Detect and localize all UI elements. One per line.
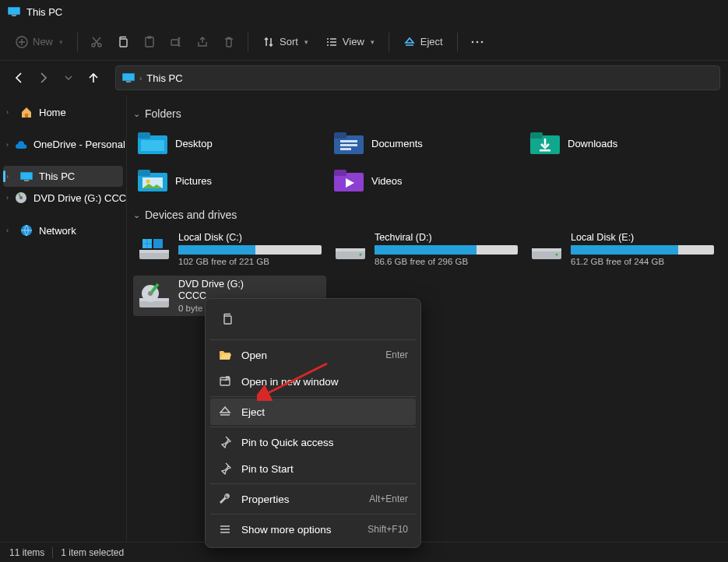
separator — [52, 547, 53, 558]
ctx-more-options[interactable]: Show more options Shift+F10 — [210, 516, 416, 543]
folder-icon — [530, 131, 560, 156]
disc-drive-icon — [138, 283, 171, 308]
menu-icon — [218, 522, 232, 536]
sort-icon — [262, 36, 275, 48]
drive-usage-bar — [571, 245, 714, 255]
recent-dropdown[interactable] — [58, 67, 79, 89]
sidebar-item-thispc[interactable]: › This PC — [3, 166, 123, 187]
drive-local-c[interactable]: Local Disk (C:) 102 GB free of 221 GB — [133, 229, 326, 269]
more-button[interactable] — [464, 31, 491, 53]
drive-icon — [138, 237, 171, 262]
svg-rect-45 — [142, 244, 147, 249]
svg-rect-58 — [220, 378, 230, 385]
sort-button[interactable]: Sort ▾ — [255, 31, 316, 53]
copy-button[interactable] — [111, 31, 135, 53]
folder-label: Documents — [371, 138, 423, 149]
forward-button[interactable] — [33, 67, 55, 89]
up-button[interactable] — [83, 67, 104, 89]
svg-point-10 — [471, 40, 473, 43]
section-drives-header[interactable]: ⌄ Devices and drives — [133, 209, 722, 221]
svg-rect-31 — [530, 132, 543, 139]
sidebar-item-label: This PC — [39, 170, 75, 182]
view-button[interactable]: View ▾ — [318, 31, 382, 53]
section-folders-header[interactable]: ⌄ Folders — [133, 107, 722, 120]
drive-local-e[interactable]: Local Disk (E:) 61.2 GB free of 244 GB — [526, 229, 719, 269]
ctx-label: Pin to Start — [241, 463, 408, 475]
folder-documents[interactable]: Documents — [329, 128, 522, 159]
svg-rect-9 — [171, 40, 178, 45]
ctx-open[interactable]: Open Enter — [210, 342, 416, 368]
wrench-icon — [218, 492, 232, 506]
ctx-accel: Enter — [385, 349, 408, 360]
svg-point-4 — [92, 44, 95, 47]
eject-button[interactable]: Eject — [396, 31, 451, 53]
svg-point-11 — [476, 40, 478, 43]
svg-point-49 — [360, 254, 362, 256]
ctx-properties[interactable]: Properties Alt+Enter — [210, 486, 416, 512]
chevron-down-icon: ▾ — [371, 38, 375, 46]
eject-icon — [403, 36, 416, 48]
sidebar-item-label: Network — [39, 225, 76, 237]
folder-desktop[interactable]: Desktop — [133, 128, 326, 159]
svg-rect-28 — [340, 144, 357, 146]
separator — [248, 33, 248, 51]
sidebar-item-label: Home — [39, 107, 66, 118]
ctx-eject[interactable]: Eject — [210, 399, 416, 425]
section-label: Devices and drives — [145, 209, 237, 221]
separator — [210, 339, 416, 340]
drive-techviral-d[interactable]: Techviral (D:) 86.6 GB free of 296 GB — [329, 229, 522, 269]
address-segment[interactable]: This PC — [146, 72, 182, 84]
ctx-label: Pin to Quick access — [241, 437, 408, 448]
sidebar-item-home[interactable]: › Home — [0, 101, 126, 123]
trash-icon — [223, 36, 235, 48]
folder-videos[interactable]: Videos — [329, 165, 522, 196]
chevron-right-icon: › — [6, 108, 14, 116]
separator — [389, 33, 389, 51]
ctx-pin-quick[interactable]: Pin to Quick access — [210, 429, 416, 455]
this-pc-icon — [122, 73, 135, 83]
svg-rect-23 — [138, 132, 150, 139]
new-button[interactable]: New ▾ — [8, 31, 71, 53]
separator — [210, 483, 416, 484]
svg-point-5 — [98, 44, 101, 47]
drive-icon — [530, 237, 563, 262]
plus-circle-icon — [16, 36, 28, 48]
share-icon — [196, 36, 209, 48]
folder-downloads[interactable]: Downloads — [526, 128, 719, 159]
status-bar: 11 items 1 item selected — [0, 542, 728, 562]
chevron-down-icon: ▾ — [59, 38, 63, 46]
svg-rect-32 — [540, 149, 550, 152]
sidebar-item-onedrive[interactable]: › OneDrive - Personal — [0, 134, 126, 155]
eject-icon — [218, 405, 232, 419]
navbar: › This PC — [0, 61, 728, 95]
svg-rect-38 — [334, 170, 346, 176]
ellipsis-icon — [470, 36, 484, 48]
svg-rect-44 — [148, 239, 153, 244]
share-button[interactable] — [190, 31, 215, 53]
section-label: Folders — [145, 107, 181, 120]
separator — [210, 514, 416, 515]
svg-rect-27 — [340, 140, 357, 142]
ctx-open-new-window[interactable]: Open in new window — [210, 368, 416, 395]
svg-rect-24 — [141, 140, 164, 151]
svg-point-52 — [556, 254, 558, 256]
status-item-count: 11 items — [9, 547, 44, 558]
paste-button[interactable] — [137, 31, 162, 53]
rename-button[interactable] — [164, 31, 188, 53]
toolbar: New ▾ Sort ▾ View ▾ Eject — [0, 23, 728, 61]
sidebar-item-dvd[interactable]: › DVD Drive (G:) CCCC — [0, 187, 126, 209]
svg-rect-15 — [126, 81, 131, 83]
address-bar[interactable]: › This PC — [115, 65, 720, 90]
new-label: New — [33, 36, 53, 47]
context-menu: Open Enter Open in new window Eject Pin … — [205, 298, 421, 548]
copy-icon — [117, 36, 129, 48]
sidebar-item-network[interactable]: › Network — [0, 220, 126, 241]
ctx-pin-start[interactable]: Pin to Start — [210, 455, 416, 482]
folder-pictures[interactable]: Pictures — [133, 165, 326, 196]
ctx-copy-button[interactable] — [213, 307, 241, 332]
svg-point-20 — [19, 196, 23, 199]
cut-button[interactable] — [84, 31, 109, 53]
back-button[interactable] — [8, 67, 30, 89]
delete-button[interactable] — [216, 31, 241, 53]
drive-usage-bar — [375, 245, 518, 255]
